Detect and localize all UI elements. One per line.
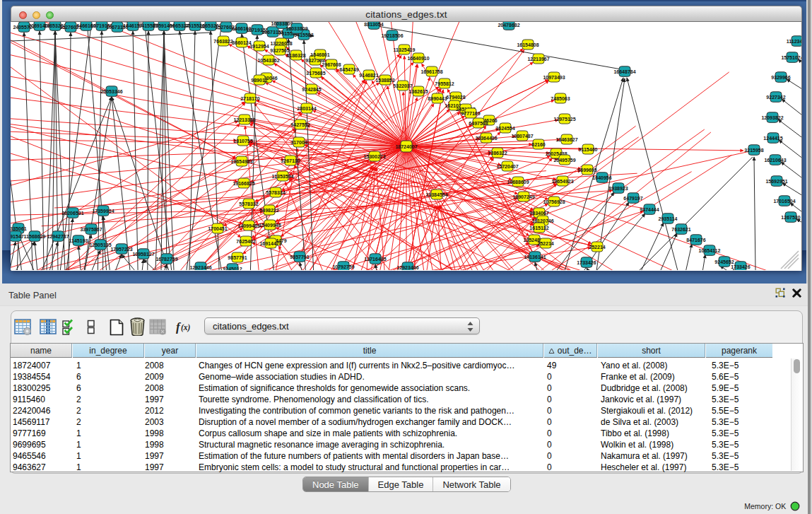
svg-text:7663822: 7663822 — [213, 39, 233, 44]
svg-text:8454749: 8454749 — [339, 67, 358, 72]
svg-text:1267530: 1267530 — [781, 215, 800, 220]
svg-text:10654112: 10654112 — [699, 248, 721, 253]
svg-text:11353594: 11353594 — [272, 174, 294, 179]
svg-text:9834067: 9834067 — [529, 211, 548, 216]
svg-text:9857791: 9857791 — [290, 255, 309, 259]
svg-text:335061: 335061 — [11, 226, 27, 231]
svg-text:9699695: 9699695 — [577, 168, 596, 173]
svg-text:7955812: 7955812 — [435, 81, 454, 86]
svg-text:1546801: 1546801 — [310, 52, 329, 57]
svg-text:1640956: 1640956 — [592, 175, 611, 180]
svg-text:33975867: 33975867 — [80, 227, 102, 232]
svg-text:10543362: 10543362 — [257, 58, 279, 63]
svg-text:16914479: 16914479 — [259, 241, 281, 246]
svg-text:3267130: 3267130 — [281, 158, 300, 163]
svg-text:18724007: 18724007 — [395, 144, 417, 149]
svg-text:12942737: 12942737 — [47, 234, 69, 239]
svg-text:12213383: 12213383 — [233, 117, 255, 122]
svg-text:7625402: 7625402 — [236, 239, 255, 244]
svg-text:12505135: 12505135 — [89, 243, 111, 247]
svg-text:18907249: 18907249 — [512, 194, 534, 199]
svg-text:3175685: 3175685 — [306, 71, 325, 76]
svg-text:10688609: 10688609 — [507, 180, 529, 185]
svg-text:391547: 391547 — [11, 234, 24, 239]
svg-text:15692951: 15692951 — [765, 179, 787, 184]
svg-text:10807487: 10807487 — [511, 134, 533, 139]
svg-text:10756928: 10756928 — [543, 199, 565, 204]
svg-text:7485063: 7485063 — [551, 96, 570, 101]
svg-text:8938923: 8938923 — [608, 186, 628, 191]
svg-text:14136141: 14136141 — [524, 255, 546, 259]
svg-text:9327505: 9327505 — [270, 48, 289, 53]
svg-text:9245652: 9245652 — [714, 259, 734, 264]
svg-text:16210643: 16210643 — [764, 158, 786, 163]
svg-text:9857791: 9857791 — [228, 255, 247, 260]
svg-text:12093822: 12093822 — [761, 115, 783, 120]
svg-text:16154808: 16154808 — [517, 42, 539, 47]
svg-text:15751074: 15751074 — [781, 55, 801, 60]
svg-text:3215958: 3215958 — [744, 148, 763, 153]
svg-text:11123456: 11123456 — [787, 39, 801, 44]
svg-text:1733426: 1733426 — [577, 260, 596, 265]
svg-text:11568629: 11568629 — [24, 234, 46, 239]
svg-text:9427552: 9427552 — [290, 122, 310, 127]
svg-text:8990443: 8990443 — [428, 96, 447, 101]
svg-text:8660124: 8660124 — [232, 40, 251, 45]
svg-text:12975125: 12975125 — [553, 117, 575, 122]
svg-text:19166825: 19166825 — [233, 181, 254, 186]
svg-text:6794028: 6794028 — [446, 95, 465, 100]
svg-text:17359934: 17359934 — [92, 209, 114, 214]
svg-text:19384554: 19384554 — [425, 192, 447, 197]
svg-text:11325419: 11325419 — [394, 47, 416, 52]
svg-text:15720407: 15720407 — [496, 164, 518, 169]
svg-text:15409948: 15409948 — [259, 223, 281, 228]
svg-text:12923446: 12923446 — [189, 265, 211, 270]
svg-text:19654983: 19654983 — [230, 159, 252, 164]
svg-text:3624554: 3624554 — [495, 126, 514, 131]
svg-text:16782759: 16782759 — [155, 257, 177, 262]
svg-text:10973493: 10973493 — [543, 75, 565, 80]
svg-text:20478682: 20478682 — [498, 23, 519, 28]
svg-text:8186328: 8186328 — [286, 53, 305, 58]
svg-text:5578334: 5578334 — [266, 190, 285, 195]
svg-text:1145193: 1145193 — [69, 238, 88, 243]
svg-text:9115460: 9115460 — [579, 147, 598, 152]
svg-text:20364436: 20364436 — [475, 136, 497, 141]
svg-text:20206531: 20206531 — [61, 211, 83, 216]
svg-text:19218506: 19218506 — [381, 33, 403, 38]
svg-text:19654923: 19654923 — [551, 179, 573, 184]
svg-text:6497508: 6497508 — [469, 121, 488, 126]
svg-text:9227342: 9227342 — [766, 95, 785, 100]
svg-text:252214: 252214 — [537, 241, 553, 246]
svg-text:8471676: 8471676 — [686, 238, 705, 243]
svg-text:1244415: 1244415 — [763, 136, 782, 141]
svg-text:1362615: 1362615 — [408, 89, 428, 94]
svg-text:14099489: 14099489 — [237, 223, 259, 228]
svg-text:16961758: 16961758 — [420, 69, 442, 74]
svg-text:16033809: 16033809 — [286, 26, 307, 31]
svg-text:5322037: 5322037 — [393, 83, 412, 88]
svg-text:252214: 252214 — [589, 245, 605, 250]
svg-text:1700451: 1700451 — [208, 226, 227, 231]
svg-text:18463627: 18463627 — [555, 137, 577, 142]
svg-text:3912954: 3912954 — [249, 44, 269, 49]
svg-text:5498222: 5498222 — [259, 208, 278, 213]
svg-text:317004: 317004 — [290, 140, 307, 145]
svg-text:9777169: 9777169 — [461, 111, 480, 116]
svg-text:1733426: 1733426 — [731, 264, 750, 269]
svg-text:20495759: 20495759 — [553, 158, 575, 163]
svg-text:9245012: 9245012 — [223, 267, 242, 270]
svg-text:10792759: 10792759 — [332, 264, 354, 269]
svg-text:6479197: 6479197 — [623, 196, 642, 201]
svg-text:16640910: 16640910 — [407, 56, 429, 61]
svg-text:1538852: 1538852 — [375, 78, 394, 83]
svg-text:1615132: 1615132 — [529, 226, 548, 230]
svg-text:12213967: 12213967 — [527, 57, 549, 62]
svg-text:7386322: 7386322 — [488, 151, 507, 156]
svg-text:13716485: 13716485 — [364, 257, 386, 262]
svg-text:12923446: 12923446 — [396, 265, 418, 270]
svg-text:5578332: 5578332 — [239, 201, 258, 206]
svg-text:1810755: 1810755 — [233, 139, 252, 144]
svg-text:2718170: 2718170 — [240, 96, 259, 101]
svg-text:2803144: 2803144 — [297, 106, 316, 111]
